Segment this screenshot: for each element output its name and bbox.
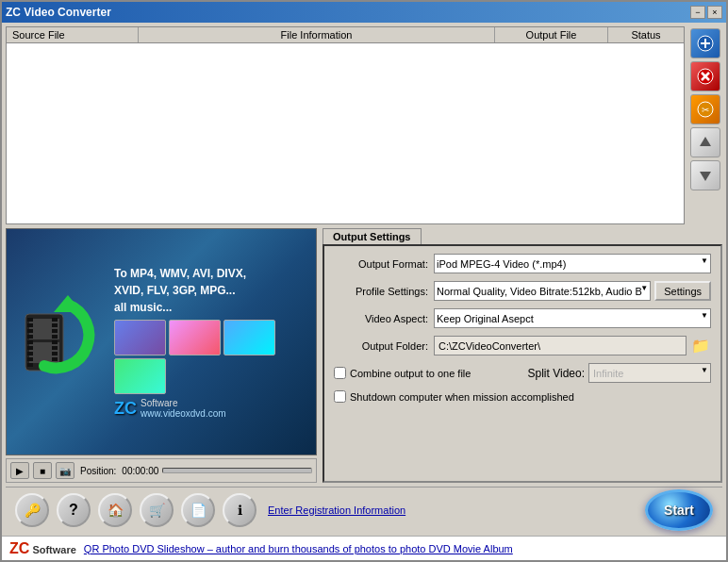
svg-marker-8: [700, 137, 711, 146]
svg-rect-28: [52, 352, 58, 355]
registration-link[interactable]: Enter Registration Information: [268, 504, 405, 516]
video-aspect-row: Video Aspect: Keep Original Asepct: [334, 308, 711, 328]
profile-settings-row: Profile Settings: Normal Quality, Video …: [334, 281, 711, 301]
svg-rect-14: [27, 323, 33, 327]
minimize-button[interactable]: −: [690, 6, 705, 19]
combine-checkbox[interactable]: [334, 367, 346, 379]
preview-box: To MP4, WMV, AVI, DIVX, XVID, FLV, 3GP, …: [6, 228, 317, 455]
browse-folder-button[interactable]: 📁: [690, 336, 711, 355]
progress-bar[interactable]: [162, 468, 312, 473]
arrow-down-icon: [698, 168, 713, 183]
file-list-body[interactable]: [7, 43, 684, 223]
zc-converter-icon: [16, 295, 101, 389]
svg-rect-20: [27, 357, 33, 361]
preview-ad: To MP4, WMV, AVI, DIVX, XVID, FLV, 3GP, …: [7, 229, 316, 455]
output-format-select[interactable]: iPod MPEG-4 Video (*.mp4): [434, 254, 711, 273]
delete-icon: [697, 68, 714, 85]
cut-file-button[interactable]: ✂: [690, 94, 720, 124]
close-button[interactable]: ×: [707, 6, 722, 19]
settings-tab[interactable]: Output Settings: [323, 228, 422, 244]
video-aspect-select[interactable]: Keep Original Asepct: [434, 308, 711, 328]
file-icon-button[interactable]: 📄: [181, 493, 215, 527]
col-output-header: Output File: [495, 27, 608, 42]
svg-rect-15: [27, 329, 33, 333]
profile-settings-control: Normal Quality, Video Bitrate:512kb, Aud…: [434, 281, 711, 301]
delete-file-button[interactable]: [690, 61, 720, 91]
profile-settings-label: Profile Settings:: [334, 286, 428, 297]
output-folder-input[interactable]: [434, 336, 687, 355]
svg-rect-29: [52, 357, 58, 361]
snapshot-button[interactable]: 📷: [56, 462, 74, 479]
svg-rect-24: [52, 329, 58, 333]
stop-button[interactable]: ■: [33, 462, 52, 479]
col-status-header: Status: [608, 27, 684, 42]
output-format-control: iPod MPEG-4 Video (*.mp4): [434, 254, 711, 273]
titlebar-controls: − ×: [690, 6, 722, 19]
file-panel-header: Source File File Information Output File…: [7, 27, 684, 43]
help-icon-button[interactable]: ?: [57, 493, 91, 527]
footer: ZC Software QR Photo DVD Slideshow – aut…: [2, 536, 726, 560]
footer-logo: ZC Software: [9, 540, 76, 557]
shutdown-row: Shutdown computer when mission accomplis…: [334, 390, 711, 403]
home-icon-button[interactable]: 🏠: [98, 493, 132, 527]
ad-text: To MP4, WMV, AVI, DIVX, XVID, FLV, 3GP, …: [114, 265, 312, 316]
output-folder-label: Output Folder:: [334, 340, 428, 352]
footer-software: Software: [29, 544, 76, 555]
svg-rect-22: [52, 318, 58, 322]
key-icon-button[interactable]: 🔑: [15, 493, 49, 527]
combine-label: Combine output to one file: [350, 368, 471, 379]
move-down-button[interactable]: [690, 160, 720, 190]
website-text: www.videoxdvd.com: [141, 408, 226, 419]
top-area: Source File File Information Output File…: [6, 26, 722, 224]
zc-logo: ZC: [114, 399, 137, 419]
arrow-up-icon: [698, 135, 713, 150]
output-format-row: Output Format: iPod MPEG-4 Video (*.mp4): [334, 254, 711, 273]
window-title: ZC Video Converter: [6, 6, 111, 19]
footer-link[interactable]: QR Photo DVD Slideshow – author and burn…: [84, 543, 513, 554]
ad-thumb-4: [114, 358, 166, 394]
profile-settings-select[interactable]: Normal Quality, Video Bitrate:512kb, Aud…: [434, 281, 651, 301]
profile-settings-button[interactable]: Settings: [654, 281, 711, 301]
col-fileinfo-header: File Information: [139, 27, 495, 42]
output-format-label: Output Format:: [334, 258, 428, 270]
svg-marker-9: [700, 172, 711, 181]
video-aspect-control: Keep Original Asepct: [434, 308, 711, 328]
svg-rect-26: [52, 340, 58, 344]
split-control: Split Video: Infinite: [528, 363, 712, 383]
move-up-button[interactable]: [690, 127, 720, 157]
svg-rect-13: [27, 318, 33, 322]
svg-rect-27: [52, 346, 58, 350]
info-icon-button[interactable]: ℹ: [223, 493, 256, 527]
svg-rect-19: [27, 352, 33, 355]
svg-text:✂: ✂: [702, 105, 709, 115]
file-panel: Source File File Information Output File…: [6, 26, 685, 224]
split-label: Split Video:: [528, 367, 586, 380]
output-folder-control: 📁: [434, 336, 711, 355]
software-text: Software: [141, 398, 226, 408]
col-source-header: Source File: [7, 27, 139, 42]
split-select-wrapper: Infinite: [588, 363, 711, 383]
split-select[interactable]: Infinite: [588, 363, 711, 383]
cart-icon-button[interactable]: 🛒: [140, 493, 174, 527]
ad-thumb-3: [223, 320, 275, 355]
svg-rect-18: [27, 346, 33, 350]
svg-rect-25: [52, 335, 58, 339]
shutdown-checkbox[interactable]: [334, 390, 346, 403]
footer-zc: ZC: [9, 540, 29, 556]
main-window: ZC Video Converter − × Source File File …: [0, 0, 728, 562]
svg-rect-21: [27, 363, 33, 367]
ad-thumb-2: [169, 320, 221, 355]
start-button[interactable]: Start: [645, 489, 713, 531]
video-aspect-label: Video Aspect:: [334, 313, 428, 324]
svg-rect-17: [27, 340, 33, 344]
ad-brand: ZC Software www.videoxdvd.com: [114, 398, 312, 419]
ad-images: [114, 320, 312, 394]
profile-select-wrapper: Normal Quality, Video Bitrate:512kb, Aud…: [434, 281, 651, 301]
play-button[interactable]: ▶: [10, 462, 29, 479]
titlebar: ZC Video Converter − ×: [2, 2, 726, 23]
output-folder-row: Output Folder: 📁: [334, 336, 711, 355]
add-file-button[interactable]: [690, 28, 720, 58]
add-icon: [697, 35, 714, 52]
ad-left: [7, 229, 110, 455]
combine-check-row: Combine output to one file: [334, 367, 471, 379]
